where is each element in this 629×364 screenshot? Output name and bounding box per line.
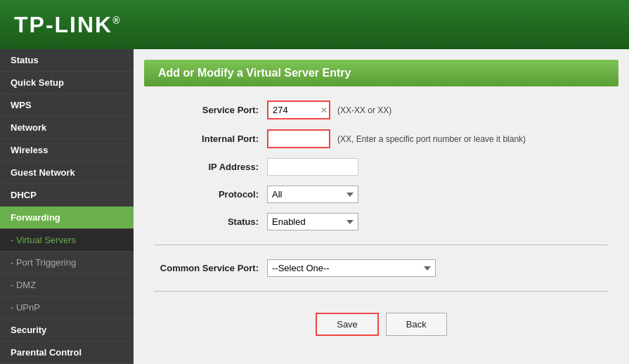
sidebar-item-network[interactable]: Network [0, 117, 134, 139]
button-row: Save Back [155, 306, 608, 343]
common-service-port-select[interactable]: --Select One-- FTP HTTP HTTPS DNS SMTP [267, 259, 436, 277]
internal-port-hint: (XX, Enter a specific port number or lea… [337, 134, 526, 144]
service-port-hint: (XX-XX or XX) [337, 105, 391, 115]
sidebar-item-quick-setup[interactable]: Quick Setup [0, 72, 134, 94]
sidebar-item-virtual-servers[interactable]: - Virtual Servers [0, 229, 134, 252]
sidebar-item-port-triggering[interactable]: - Port Triggering [0, 252, 134, 274]
form-divider [155, 245, 608, 245]
content-area: Add or Modify a Virtual Server Entry Ser… [134, 49, 629, 364]
service-port-label: Service Port: [155, 105, 267, 115]
logo: TP-LINK® [14, 12, 122, 38]
sidebar-item-upnp[interactable]: - UPnP [0, 297, 134, 319]
save-button[interactable]: Save [316, 313, 379, 336]
sidebar-item-parental-control[interactable]: Parental Control [0, 342, 134, 364]
sidebar-item-security[interactable]: Security [0, 319, 134, 342]
protocol-label: Protocol: [155, 189, 267, 200]
sidebar-item-wps[interactable]: WPS [0, 94, 134, 117]
protocol-select[interactable]: All TCP UDP TCP/UDP [267, 186, 358, 203]
sidebar-item-dmz[interactable]: - DMZ [0, 274, 134, 297]
ip-address-input[interactable] [267, 158, 358, 176]
common-service-port-label: Common Service Port: [155, 263, 267, 273]
internal-port-input[interactable] [267, 129, 330, 148]
sidebar: Status Quick Setup WPS Network Wireless … [0, 49, 134, 364]
header: TP-LINK® [0, 0, 629, 49]
status-select[interactable]: Enabled Disabled [267, 213, 358, 230]
service-port-row: Service Port: ✕ (XX-XX or XX) [155, 100, 608, 119]
status-label: Status: [155, 216, 267, 227]
service-port-input-wrapper: ✕ [267, 100, 330, 119]
sidebar-item-status[interactable]: Status [0, 49, 134, 72]
form-area: Service Port: ✕ (XX-XX or XX) Internal P… [134, 100, 629, 357]
service-port-clear-icon[interactable]: ✕ [320, 105, 328, 115]
sidebar-item-dhcp[interactable]: DHCP [0, 184, 134, 207]
page-title: Add or Modify a Virtual Server Entry [158, 67, 604, 79]
protocol-row: Protocol: All TCP UDP TCP/UDP [155, 186, 608, 203]
ip-address-row: IP Address: [155, 158, 608, 176]
sidebar-item-guest-network[interactable]: Guest Network [0, 162, 134, 184]
common-service-port-row: Common Service Port: --Select One-- FTP … [155, 259, 608, 277]
ip-address-label: IP Address: [155, 162, 267, 172]
status-row: Status: Enabled Disabled [155, 213, 608, 230]
main-layout: Status Quick Setup WPS Network Wireless … [0, 49, 629, 364]
bottom-divider [155, 291, 608, 292]
page-title-bar: Add or Modify a Virtual Server Entry [144, 60, 618, 86]
internal-port-row: Internal Port: (XX, Enter a specific por… [155, 129, 608, 148]
logo-reg: ® [112, 15, 121, 26]
sidebar-item-forwarding[interactable]: Forwarding [0, 207, 134, 229]
internal-port-label: Internal Port: [155, 134, 267, 144]
logo-text: TP-LINK [14, 12, 112, 37]
sidebar-item-wireless[interactable]: Wireless [0, 139, 134, 162]
back-button[interactable]: Back [386, 313, 447, 336]
